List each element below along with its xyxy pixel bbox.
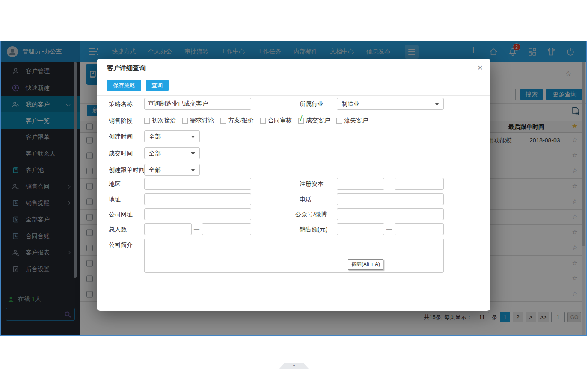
create-time-select[interactable]: 全部 — [144, 130, 200, 142]
stage-option-proposal-quote[interactable]: 方案/报价 — [220, 117, 254, 124]
industry-select[interactable]: 制造业 — [337, 98, 444, 110]
checkbox[interactable] — [182, 118, 188, 124]
stage-label: 初次接洽 — [152, 117, 176, 124]
registered-capital-min-input[interactable] — [337, 178, 384, 190]
company-intro-textarea[interactable] — [144, 239, 444, 273]
modal-toolbar: 保存策略 查询 — [107, 80, 169, 91]
registered-capital-label: 注册资本 — [300, 178, 324, 190]
address-input[interactable] — [144, 193, 251, 205]
check-icon: √ — [299, 115, 303, 122]
stage-option-lost-customer[interactable]: 流失客户 — [336, 117, 368, 124]
modal-header: 客户详细查询 × — [97, 59, 490, 77]
website-input[interactable] — [144, 208, 251, 220]
total-people-max-input[interactable] — [202, 223, 251, 235]
sales-amount-min-input[interactable] — [337, 223, 384, 235]
create-follow-time-select[interactable]: 全部 — [144, 164, 200, 176]
address-label: 地址 — [109, 193, 121, 205]
checkbox[interactable] — [220, 118, 226, 124]
strategy-name-input[interactable] — [144, 98, 251, 110]
range-dash: — — [194, 223, 199, 235]
stage-option-needs-discussion[interactable]: 需求讨论 — [182, 117, 214, 124]
checkbox[interactable] — [260, 118, 266, 124]
save-strategy-button[interactable]: 保存策略 — [107, 80, 141, 91]
registered-capital-max-input[interactable] — [395, 178, 444, 190]
close-icon[interactable]: × — [478, 62, 483, 73]
stage-label: 流失客户 — [344, 117, 368, 124]
collapse-handle[interactable]: ▾ — [279, 363, 309, 369]
wechat-weibo-label: 公众号/微博 — [295, 208, 327, 220]
stage-option-closed-customer[interactable]: √ 成交客户 — [298, 117, 330, 124]
company-intro-label: 公司简介 — [109, 239, 133, 251]
dropdown-arrow-icon — [435, 103, 439, 106]
region-input[interactable] — [144, 178, 251, 190]
range-dash: — — [386, 223, 392, 235]
dropdown-arrow-icon — [191, 169, 195, 171]
screenshot-tooltip: 截图(Alt + A) — [348, 259, 383, 270]
create-follow-time-label: 创建跟单时间 — [109, 164, 145, 176]
deal-time-select[interactable]: 全部 — [144, 147, 200, 159]
stage-option-initial-contact[interactable]: 初次接洽 — [144, 117, 176, 124]
total-people-label: 总人数 — [109, 223, 127, 235]
modal-title: 客户详细查询 — [107, 59, 146, 77]
stage-label: 需求讨论 — [190, 117, 214, 124]
deal-time-label: 成交时间 — [109, 147, 133, 159]
sales-stage-label: 销售阶段 — [109, 115, 133, 127]
region-label: 地区 — [109, 178, 121, 190]
app-window: 管理员 -办公室 快捷方式 个人办公 审批流转 工作中心 工作任务 内部邮件 文… — [0, 41, 587, 336]
sales-amount-max-input[interactable] — [395, 223, 444, 235]
strategy-name-label: 策略名称 — [109, 98, 133, 110]
stage-label: 成交客户 — [306, 117, 330, 124]
checkbox[interactable] — [336, 118, 342, 124]
dropdown-arrow-icon — [191, 152, 195, 155]
total-people-min-input[interactable] — [144, 223, 192, 235]
customer-query-modal: 客户详细查询 × 保存策略 查询 策略名称 所属行业 制造业 销售阶段 初次接洽… — [97, 59, 490, 311]
sales-amount-label: 销售额(元) — [300, 223, 327, 235]
phone-input[interactable] — [337, 193, 444, 205]
industry-label: 所属行业 — [300, 98, 324, 110]
checkbox[interactable] — [144, 118, 150, 124]
query-button[interactable]: 查询 — [146, 80, 169, 91]
website-label: 公司网址 — [109, 208, 133, 220]
create-time-label: 创建时间 — [109, 130, 133, 142]
wechat-weibo-input[interactable] — [337, 208, 444, 220]
checkbox-checked[interactable]: √ — [298, 118, 304, 124]
dropdown-arrow-icon — [191, 136, 195, 138]
sales-stage-options: 初次接洽 需求讨论 方案/报价 合同审核 √ 成交客户 流失客户 — [144, 117, 368, 124]
stage-label: 合同审核 — [268, 117, 292, 124]
phone-label: 电话 — [300, 193, 312, 205]
range-dash: — — [386, 178, 392, 190]
chevron-down-icon: ▾ — [293, 363, 295, 368]
stage-label: 方案/报价 — [228, 117, 254, 124]
stage-option-contract-review[interactable]: 合同审核 — [260, 117, 292, 124]
